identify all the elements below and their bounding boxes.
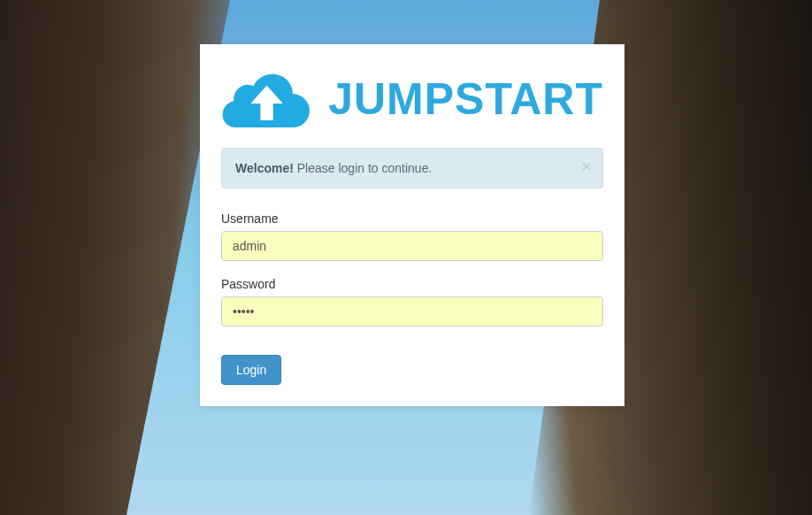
cloud-upload-icon bbox=[221, 65, 312, 132]
brand-name: JUMPSTART bbox=[328, 73, 603, 125]
alert-message: Please login to continue. bbox=[294, 161, 432, 175]
alert-strong: Welcome! bbox=[235, 161, 294, 175]
password-input[interactable] bbox=[221, 296, 603, 327]
username-label: Username bbox=[221, 211, 603, 226]
password-group: Password bbox=[221, 277, 603, 327]
password-label: Password bbox=[221, 277, 603, 291]
login-card: JUMPSTART Welcome! Please login to conti… bbox=[200, 44, 624, 406]
background-rock-left bbox=[0, 0, 230, 515]
login-button[interactable]: Login bbox=[221, 355, 281, 385]
username-group: Username bbox=[221, 211, 603, 261]
close-icon[interactable]: × bbox=[581, 158, 592, 175]
logo-row: JUMPSTART bbox=[221, 65, 603, 132]
username-input[interactable] bbox=[221, 231, 603, 261]
welcome-alert: Welcome! Please login to continue. × bbox=[221, 148, 603, 188]
